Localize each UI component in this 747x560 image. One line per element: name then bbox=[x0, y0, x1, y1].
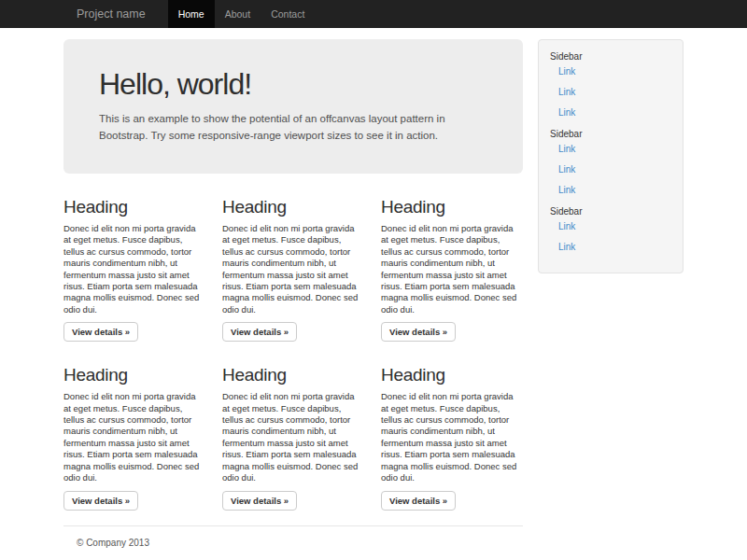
sidebar-group-title: Sidebar bbox=[550, 129, 671, 139]
sidebar-group-2: Sidebar Link Link Link bbox=[550, 129, 671, 195]
card-heading: Heading bbox=[222, 197, 364, 217]
sidebar-link[interactable]: Link bbox=[558, 165, 671, 175]
nav-item-about[interactable]: About bbox=[215, 0, 261, 28]
sidebar-link[interactable]: Link bbox=[558, 243, 671, 252]
page-title: Hello, world! bbox=[99, 67, 487, 101]
card-body-text: Donec id elit non mi porta gravida at eg… bbox=[63, 223, 205, 315]
content-row-1: Heading Donec id elit non mi porta gravi… bbox=[63, 197, 523, 342]
view-details-button[interactable]: View details » bbox=[222, 491, 297, 511]
sidebar-link[interactable]: Link bbox=[558, 88, 671, 97]
sidebar-panel: Sidebar Link Link Link Sidebar Link Link… bbox=[538, 39, 684, 273]
sidebar-group-title: Sidebar bbox=[550, 206, 671, 217]
copyright-text: © Company 2013 bbox=[77, 538, 510, 548]
card-body-text: Donec id elit non mi porta gravida at eg… bbox=[222, 223, 364, 315]
navbar: Project name Home About Contact bbox=[0, 0, 747, 28]
sidebar-group-3: Sidebar Link Link bbox=[550, 206, 671, 252]
card-body-text: Donec id elit non mi porta gravida at eg… bbox=[381, 391, 523, 483]
sidebar-link[interactable]: Link bbox=[558, 222, 671, 231]
view-details-button[interactable]: View details » bbox=[381, 491, 456, 511]
content-row-2: Heading Donec id elit non mi porta gravi… bbox=[63, 365, 523, 510]
content-card: Heading Donec id elit non mi porta gravi… bbox=[63, 365, 205, 510]
main-row: Hello, world! This is an example to show… bbox=[63, 28, 684, 548]
card-heading: Heading bbox=[63, 197, 205, 217]
navbar-nav: Home About Contact bbox=[168, 0, 316, 28]
navbar-brand[interactable]: Project name bbox=[63, 0, 159, 28]
jumbotron-description: This is an example to show the potential… bbox=[99, 110, 472, 144]
card-body-text: Donec id elit non mi porta gravida at eg… bbox=[63, 391, 205, 483]
card-body-text: Donec id elit non mi porta gravida at eg… bbox=[222, 391, 364, 483]
page-container: Hello, world! This is an example to show… bbox=[63, 28, 684, 548]
sidebar-link[interactable]: Link bbox=[558, 186, 671, 195]
content-card: Heading Donec id elit non mi porta gravi… bbox=[381, 197, 523, 342]
view-details-button[interactable]: View details » bbox=[381, 322, 456, 342]
sidebar-group-1: Sidebar Link Link Link bbox=[550, 51, 671, 118]
content-card: Heading Donec id elit non mi porta gravi… bbox=[63, 197, 205, 342]
nav-item-home[interactable]: Home bbox=[168, 0, 215, 28]
footer: © Company 2013 bbox=[63, 525, 523, 548]
main-content: Hello, world! This is an example to show… bbox=[63, 28, 523, 548]
content-card: Heading Donec id elit non mi porta gravi… bbox=[381, 365, 523, 510]
content-card: Heading Donec id elit non mi porta gravi… bbox=[222, 365, 364, 510]
view-details-button[interactable]: View details » bbox=[222, 322, 297, 342]
sidebar-group-title: Sidebar bbox=[550, 51, 671, 62]
navbar-container: Project name Home About Contact bbox=[63, 0, 684, 28]
sidebar-link[interactable]: Link bbox=[558, 108, 671, 118]
content-card: Heading Donec id elit non mi porta gravi… bbox=[222, 197, 364, 342]
view-details-button[interactable]: View details » bbox=[63, 491, 138, 511]
view-details-button[interactable]: View details » bbox=[63, 322, 138, 342]
sidebar-link[interactable]: Link bbox=[558, 67, 671, 77]
card-heading: Heading bbox=[381, 197, 523, 217]
card-body-text: Donec id elit non mi porta gravida at eg… bbox=[381, 223, 523, 315]
card-heading: Heading bbox=[222, 365, 364, 385]
card-heading: Heading bbox=[381, 365, 523, 385]
nav-item-contact[interactable]: Contact bbox=[261, 0, 315, 28]
card-heading: Heading bbox=[63, 365, 205, 385]
jumbotron: Hello, world! This is an example to show… bbox=[63, 39, 523, 174]
sidebar-link[interactable]: Link bbox=[558, 145, 671, 154]
